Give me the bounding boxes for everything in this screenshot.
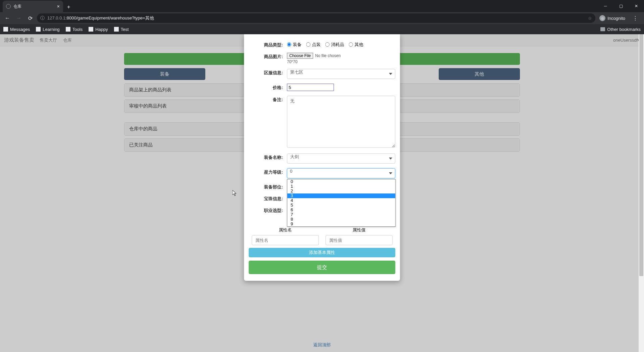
option-0[interactable]: 0 [287,179,395,184]
attr-value-input[interactable] [325,235,392,245]
page: 游戏装备售卖 售卖大厅 仓库 oneUserssdf▾ 装备 其他 商品架上的商… [0,34,644,352]
product-form-modal: 商品类型: 装备 点装 消耗品 其他 商品图片: Choose File No … [244,34,400,281]
folder-icon [600,27,605,31]
radio-consumable[interactable]: 消耗品 [325,42,344,48]
info-icon: ⓘ [40,15,45,21]
option-7[interactable]: 7 [287,212,395,217]
attr-name-header: 属性名 [252,227,319,233]
option-5[interactable]: 5 [287,203,395,208]
bookmark-icon [36,27,41,32]
incognito-icon: ◎ [599,15,605,21]
option-1[interactable]: 1 [287,184,395,189]
label-star-level: 星力等级: [249,168,287,178]
bookmark-icon [66,27,70,32]
radio-equipment[interactable]: 装备 [287,42,302,48]
url-bar[interactable]: ⓘ 127.0.0.1:8000/gameEquipment/warehouse… [37,13,595,23]
url-text: 127.0.0.1:8000/gameEquipment/warehouse?t… [47,15,585,21]
add-attr-button[interactable]: 添加基本属性 [249,248,395,257]
label-remark: 备注: [249,96,287,149]
chrome-menu-button[interactable]: ⋮ [629,15,641,21]
submit-button[interactable]: 提交 [249,261,395,274]
label-product-image: 商品图片: [249,53,287,64]
maximize-button[interactable]: ▢ [613,1,629,11]
server-select[interactable]: 第七区 [287,69,395,79]
radio-cosmetic[interactable]: 点装 [306,42,321,48]
browser-tab[interactable]: 仓库 × [3,1,63,12]
minimize-button[interactable]: ─ [598,1,613,11]
new-tab-button[interactable]: + [63,2,74,12]
close-window-button[interactable]: ✕ [629,1,644,11]
browser-chrome: 仓库 × + ─ ▢ ✕ ← → ⟳ ⓘ 127.0.0.1:8000/game… [0,0,644,34]
other-bookmarks[interactable]: Other bookmarks [600,27,641,32]
option-9[interactable]: 9 [287,222,395,226]
star-icon[interactable]: ☆ [588,16,592,21]
globe-icon [6,4,11,9]
bookmark-happy[interactable]: Happy [89,27,108,32]
attr-name-input[interactable] [252,235,319,245]
label-server: 区服信息: [249,69,287,79]
option-4[interactable]: 4 [287,198,395,203]
label-class-type: 职业选型: [249,207,287,214]
bookmark-icon [89,27,93,32]
image-hint: 70*70 [287,59,395,64]
option-8[interactable]: 8 [287,217,395,222]
option-3[interactable]: 3 [287,193,395,198]
bookmark-test[interactable]: Test [114,27,129,32]
bookmarks-bar: Messages Learning Tools Happy Test Other… [0,24,644,34]
tab-strip: 仓库 × + ─ ▢ ✕ [0,0,644,12]
back-button[interactable]: ← [3,13,12,23]
file-status: No file chosen [315,53,341,58]
attr-value-header: 属性值 [325,227,392,233]
bookmark-messages[interactable]: Messages [3,27,30,32]
forward-button[interactable]: → [14,13,23,23]
star-level-dropdown: 0 1 2 3 4 5 6 7 8 9 [287,179,396,227]
remark-textarea[interactable]: 无 [287,96,395,148]
reload-button[interactable]: ⟳ [25,13,35,23]
bookmark-tools[interactable]: Tools [66,27,83,32]
scrollbar-thumb[interactable] [639,34,643,276]
star-level-select[interactable]: 0 [287,168,395,178]
label-equipment-name: 装备名称: [249,153,287,164]
incognito-badge: ◎ Incognito [597,15,627,21]
price-input[interactable] [287,84,334,91]
bookmark-icon [114,27,119,32]
product-type-radios: 装备 点装 消耗品 其他 [287,41,395,48]
label-gem-info: 宝珠信息: [249,195,287,202]
close-tab-icon[interactable]: × [57,4,60,9]
bookmark-icon [3,27,8,32]
browser-toolbar: ← → ⟳ ⓘ 127.0.0.1:8000/gameEquipment/war… [0,12,644,24]
bookmark-learning[interactable]: Learning [36,27,60,32]
equipment-name-select[interactable]: 大剑 [287,153,395,164]
choose-file-button[interactable]: Choose File [287,53,313,59]
window-controls: ─ ▢ ✕ [598,1,644,12]
label-equipment-part: 装备部位: [249,183,287,190]
label-price: 价格: [249,84,287,91]
radio-other[interactable]: 其他 [349,42,363,48]
tab-title: 仓库 [13,4,54,9]
option-2[interactable]: 2 [287,189,395,193]
scrollbar[interactable] [639,34,644,352]
option-6[interactable]: 6 [287,208,395,212]
label-product-type: 商品类型: [249,41,287,48]
